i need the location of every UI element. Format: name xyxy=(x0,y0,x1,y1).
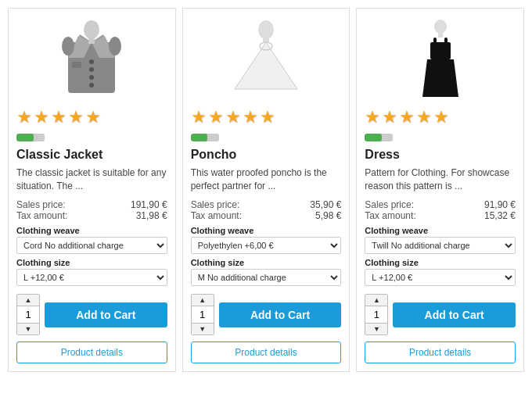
size-group: Clothing size L +12,00 €M No additional … xyxy=(365,258,516,286)
star-1: ★ xyxy=(191,107,207,127)
weave-label: Clothing weave xyxy=(365,226,516,235)
quantity-decrease-button[interactable]: ▼ xyxy=(17,324,39,334)
svg-rect-22 xyxy=(430,42,451,59)
sales-price-row: Sales price: 191,90 € xyxy=(16,199,167,210)
size-label: Clothing size xyxy=(365,258,516,267)
quantity-control: ▲ ▼ xyxy=(16,294,40,335)
rating-bar xyxy=(16,132,167,143)
quantity-input[interactable] xyxy=(17,306,39,324)
price-section: Sales price: 35,90 € Tax amount: 5,98 € xyxy=(191,199,342,221)
quantity-decrease-button[interactable]: ▼ xyxy=(365,324,387,334)
price-section: Sales price: 91,90 € Tax amount: 15,32 € xyxy=(365,199,516,221)
star-3: ★ xyxy=(399,107,415,127)
product-image xyxy=(16,16,167,102)
quantity-input[interactable] xyxy=(192,306,214,324)
attribute-section: Clothing weave Polyethylen +6,00 €Cotton… xyxy=(191,226,342,286)
product-details-link[interactable]: Product details xyxy=(16,342,167,363)
weave-select[interactable]: Twill No additional chargeSilk +10,00 € xyxy=(365,237,516,254)
add-to-cart-button[interactable]: Add to Cart xyxy=(393,302,516,327)
star-rating: ★★★★★ xyxy=(191,107,342,127)
cart-section: ▲ ▼ Add to Cart xyxy=(365,294,516,335)
quantity-increase-button[interactable]: ▲ xyxy=(192,295,214,306)
product-details-link[interactable]: Product details xyxy=(191,342,342,363)
product-image xyxy=(191,16,342,102)
size-select[interactable]: L +12,00 €M No additional chargeXL +20,0… xyxy=(365,269,516,286)
tax-amount-row: Tax amount: 5,98 € xyxy=(191,210,342,221)
svg-rect-15 xyxy=(263,36,269,42)
quantity-decrease-button[interactable]: ▼ xyxy=(192,324,214,334)
svg-point-18 xyxy=(434,20,447,34)
svg-point-8 xyxy=(89,83,94,88)
sales-price-label: Sales price: xyxy=(365,199,414,210)
tax-amount-row: Tax amount: 15,32 € xyxy=(365,210,516,221)
product-description: The classic jacket is suitable for any s… xyxy=(16,166,167,195)
tax-amount-value: 15,32 € xyxy=(484,210,516,221)
rating-bar-bg xyxy=(16,134,45,141)
sales-price-label: Sales price: xyxy=(16,199,66,210)
sales-price-value: 35,90 € xyxy=(310,199,341,210)
product-description: This water proofed poncho is the perfect… xyxy=(191,166,342,195)
svg-marker-23 xyxy=(422,59,458,97)
quantity-increase-button[interactable]: ▲ xyxy=(365,295,387,306)
size-select[interactable]: M No additional chargeL +12,00 €S -5,00 … xyxy=(191,269,342,286)
cart-section: ▲ ▼ Add to Cart xyxy=(16,294,167,335)
tax-amount-value: 31,98 € xyxy=(136,210,167,221)
star-4: ★ xyxy=(243,107,258,127)
sales-price-label: Sales price: xyxy=(191,199,240,210)
tax-amount-label: Tax amount: xyxy=(16,210,67,221)
product-title: Dress xyxy=(365,148,516,162)
star-5: ★ xyxy=(433,107,449,127)
svg-point-6 xyxy=(89,67,94,72)
weave-label: Clothing weave xyxy=(191,226,342,235)
svg-point-5 xyxy=(89,59,94,64)
rating-bar xyxy=(191,132,342,143)
sales-price-value: 91,90 € xyxy=(484,199,516,210)
product-details-link[interactable]: Product details xyxy=(365,342,516,363)
tax-amount-row: Tax amount: 31,98 € xyxy=(16,210,167,221)
weave-group: Clothing weave Polyethylen +6,00 €Cotton… xyxy=(191,226,342,254)
rating-bar-bg xyxy=(365,134,393,141)
add-to-cart-button[interactable]: Add to Cart xyxy=(219,302,342,327)
star-4: ★ xyxy=(416,107,432,127)
product-card-dress: ★★★★★ Dress Pattern for Clothing. For sh… xyxy=(356,8,524,372)
star-rating: ★★★★★ xyxy=(365,107,516,127)
quantity-increase-button[interactable]: ▲ xyxy=(17,295,39,306)
star-1: ★ xyxy=(16,107,32,127)
attribute-section: Clothing weave Twill No additional charg… xyxy=(365,226,516,286)
svg-marker-16 xyxy=(235,42,297,89)
product-card-poncho: ★★★★★ Poncho This water proofed poncho i… xyxy=(182,8,350,372)
star-2: ★ xyxy=(208,107,224,127)
star-5: ★ xyxy=(85,107,101,127)
svg-rect-13 xyxy=(88,36,95,44)
products-grid: ★★★★★ Classic Jacket The classic jacket … xyxy=(8,8,524,372)
size-group: Clothing size L +12,00 €M No additional … xyxy=(16,258,167,286)
product-card-classic-jacket: ★★★★★ Classic Jacket The classic jacket … xyxy=(8,8,176,372)
quantity-input[interactable] xyxy=(365,306,387,324)
size-group: Clothing size M No additional chargeL +1… xyxy=(191,258,342,286)
quantity-control: ▲ ▼ xyxy=(365,294,388,335)
quantity-control: ▲ ▼ xyxy=(191,294,214,335)
tax-amount-label: Tax amount: xyxy=(191,210,242,221)
star-1: ★ xyxy=(365,107,380,127)
size-select[interactable]: L +12,00 €M No additional chargeXL +20,0… xyxy=(16,269,167,286)
weave-group: Clothing weave Twill No additional charg… xyxy=(365,226,516,254)
star-2: ★ xyxy=(34,107,49,127)
add-to-cart-button[interactable]: Add to Cart xyxy=(45,302,167,327)
sales-price-value: 191,90 € xyxy=(131,199,167,210)
star-5: ★ xyxy=(260,107,275,127)
svg-rect-19 xyxy=(438,33,443,38)
svg-point-10 xyxy=(62,37,74,55)
weave-select[interactable]: Cord No additional chargeWool +5,00 € xyxy=(16,237,167,254)
svg-point-11 xyxy=(109,37,121,55)
price-section: Sales price: 191,90 € Tax amount: 31,98 … xyxy=(16,199,167,221)
tax-amount-label: Tax amount: xyxy=(365,210,415,221)
rating-bar-fill xyxy=(16,134,34,141)
weave-select[interactable]: Polyethylen +6,00 €Cotton No additional … xyxy=(191,237,342,254)
weave-group: Clothing weave Cord No additional charge… xyxy=(16,226,167,254)
star-3: ★ xyxy=(51,107,66,127)
star-2: ★ xyxy=(382,107,397,127)
rating-bar-fill xyxy=(365,134,382,141)
weave-label: Clothing weave xyxy=(16,226,167,235)
sales-price-row: Sales price: 35,90 € xyxy=(191,199,342,210)
star-rating: ★★★★★ xyxy=(16,107,167,127)
